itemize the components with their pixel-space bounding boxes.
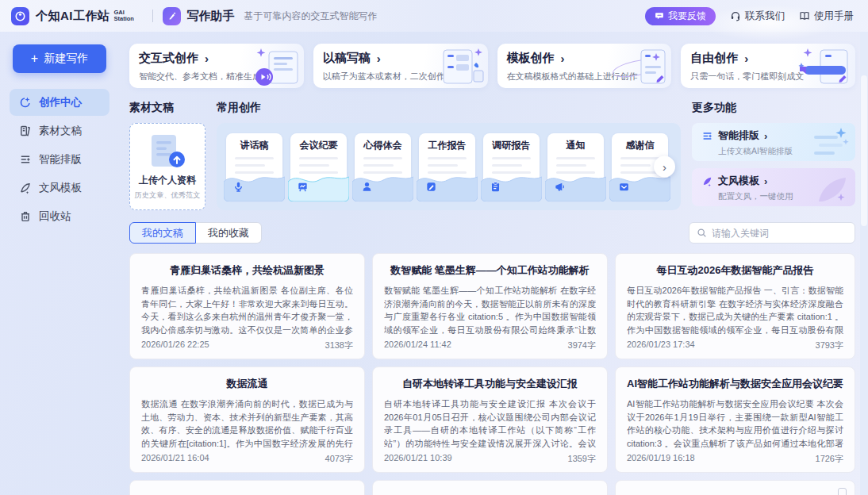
feature-card-free-creation[interactable]: 自由创作› 只需一句话，零门槛即刻成文 bbox=[681, 44, 855, 88]
new-writing-label: 新建写作 bbox=[44, 52, 88, 66]
document-word-count: 1726字 bbox=[816, 453, 843, 465]
smart-layout-icon bbox=[19, 153, 32, 166]
brand-logo-icon bbox=[11, 7, 29, 25]
tab-my-favorites[interactable]: 我的收藏 bbox=[196, 222, 262, 244]
common-creation-title: 常用创作 bbox=[217, 101, 681, 115]
creation-type-label: 感谢信 bbox=[612, 139, 668, 152]
sidebar-item-label: 回收站 bbox=[39, 209, 71, 224]
creation-type-speech[interactable]: 讲话稿 bbox=[226, 133, 282, 200]
document-title: 自研本地转译工具功能与安全建设汇报 bbox=[384, 377, 596, 391]
creation-type-label: 讲话稿 bbox=[226, 139, 282, 152]
recycle-bin-icon bbox=[19, 210, 32, 223]
search-input[interactable] bbox=[712, 228, 847, 239]
top-header: 个知AI工作站 GAI Station 写作助手 基于可靠内容的交互式智能写作 … bbox=[0, 0, 868, 32]
document-corner-icon bbox=[838, 488, 847, 495]
creation-center-icon bbox=[19, 96, 32, 109]
creation-type-notice[interactable]: 通知 bbox=[547, 133, 604, 200]
feature-card-interactive-creation[interactable]: 交互式创作› 智能交代、参考文档，精准生成... bbox=[129, 44, 304, 88]
interactive-creation-illustration bbox=[248, 47, 301, 86]
more-func-smart-layout-card[interactable]: 智能排版 › 上传文稿AI智能排版 bbox=[692, 123, 855, 161]
document-title: 数智赋能 笔墨生辉——个知工作站功能解析 bbox=[384, 263, 596, 278]
feature-title: 交互式创作 bbox=[139, 51, 198, 66]
app-name: 写作助手 bbox=[187, 9, 235, 24]
sidebar-item-style-template[interactable]: 文风模板 bbox=[10, 175, 109, 201]
document-date: 2026/01/21 16:04 bbox=[141, 453, 209, 465]
upload-title: 上传个人资料 bbox=[139, 174, 196, 187]
document-word-count: 3793字 bbox=[816, 340, 843, 351]
document-date: 2026/01/19 16:18 bbox=[627, 453, 695, 465]
main-content: 交互式创作› 智能交代、参考文档，精准生成... 以稿写稿› 以稿子为蓝本或素材… bbox=[119, 32, 868, 495]
document-word-count: 3138字 bbox=[325, 340, 353, 351]
sidebar-item-creation-center[interactable]: 创作中心 bbox=[10, 89, 109, 116]
user-manual-link[interactable]: 使用手册 bbox=[799, 10, 854, 23]
sidebar-item-label: 文风模板 bbox=[39, 181, 82, 195]
document-title: 每日互动2026年数据智能产品报告 bbox=[627, 263, 843, 278]
new-writing-button[interactable]: + 新建写作 bbox=[13, 44, 106, 73]
smart-layout-illustration bbox=[811, 126, 851, 159]
creation-type-label: 会议纪要 bbox=[290, 139, 347, 152]
style-template-icon bbox=[19, 182, 32, 194]
template-creation-illustration bbox=[613, 47, 668, 86]
document-excerpt: AI智能工作站功能解析与数据安全应用会议纪要 本次会议于2026年1月19日举行… bbox=[627, 397, 843, 449]
sidebar: + 新建写作 创作中心 素材文稿 智能排版 文风模板 回收站 bbox=[0, 32, 119, 495]
creation-scroll-next-button[interactable]: › bbox=[654, 156, 675, 178]
sidebar-item-material-docs[interactable]: 素材文稿 bbox=[10, 117, 109, 144]
creation-type-label: 通知 bbox=[547, 139, 604, 152]
feature-card-write-from-draft[interactable]: 以稿写稿› 以稿子为蓝本或素材，二次创作 bbox=[313, 44, 488, 88]
creation-type-research-report[interactable]: 调研报告 bbox=[483, 133, 540, 200]
document-card[interactable]: 每日互动2026年数据智能产品报告 每日互动2026年数据智能产品报告 一、引言… bbox=[615, 253, 855, 359]
book-icon bbox=[799, 10, 810, 21]
more-func-title: 智能排版 bbox=[718, 129, 759, 143]
document-excerpt: 数据流通 在数字浪潮奔涌向前的时代，数据已成为与土地、劳动力、资本、技术并列的新… bbox=[141, 397, 353, 449]
document-card[interactable]: 数智赋能 笔墨生辉——个知工作站功能解析 数智赋能 笔墨生辉——个知工作站功能解… bbox=[372, 253, 608, 359]
document-excerpt: 青雁归巢话桑梓，共绘杭温新图景 各位副主席、各位青年同仁，大家上午好！非常欢迎大… bbox=[141, 284, 353, 336]
sidebar-item-recycle-bin[interactable]: 回收站 bbox=[10, 203, 109, 230]
document-card[interactable] bbox=[129, 480, 365, 495]
header-divider bbox=[152, 10, 153, 22]
sidebar-item-label: 创作中心 bbox=[39, 95, 82, 109]
user-manual-label: 使用手册 bbox=[814, 10, 854, 23]
feature-card-template-creation[interactable]: 模板创作› 在文稿模板格式的基础上进行创作 bbox=[497, 44, 672, 88]
sidebar-item-label: 素材文稿 bbox=[39, 124, 82, 138]
scrollbar[interactable] bbox=[860, 32, 868, 495]
creation-type-meeting-minutes[interactable]: 会议纪要 bbox=[290, 133, 347, 200]
document-grid: 青雁归巢话桑梓，共绘杭温新图景 青雁归巢话桑梓，共绘杭温新图景 各位副主席、各位… bbox=[129, 253, 855, 495]
contact-us-link[interactable]: 联系我们 bbox=[730, 10, 785, 23]
chevron-right-icon: › bbox=[377, 52, 381, 65]
feather-illustration bbox=[814, 171, 851, 205]
presentation-icon bbox=[297, 181, 309, 193]
megaphone-icon bbox=[554, 181, 566, 193]
document-card[interactable]: 自研本地转译工具功能与安全建设汇报 自研本地转译工具功能与安全建设汇报 本次会议… bbox=[372, 366, 608, 473]
creation-type-label: 调研报告 bbox=[483, 139, 540, 152]
chevron-right-icon: › bbox=[764, 130, 767, 142]
material-docs-icon bbox=[19, 125, 32, 137]
document-date: 2026/01/23 17:34 bbox=[627, 340, 695, 351]
feedback-button[interactable]: 我要反馈 bbox=[645, 7, 716, 25]
chevron-right-icon: › bbox=[205, 52, 209, 65]
document-card[interactable] bbox=[372, 480, 608, 495]
chat-bubble-icon bbox=[655, 11, 664, 21]
sidebar-item-smart-layout[interactable]: 智能排版 bbox=[10, 146, 109, 173]
more-func-style-template-card[interactable]: 文风模板 › 配置文风，一键使用 bbox=[692, 168, 855, 206]
creation-type-label: 工作报告 bbox=[419, 139, 475, 152]
upload-illustration bbox=[146, 133, 189, 171]
clipboard-icon bbox=[490, 181, 501, 193]
keyword-search-box bbox=[689, 222, 855, 244]
scrollbar-thumb[interactable] bbox=[861, 75, 867, 226]
document-card[interactable]: 青雁归巢话桑梓，共绘杭温新图景 青雁归巢话桑梓，共绘杭温新图景 各位副主席、各位… bbox=[129, 253, 365, 359]
creation-type-reflections[interactable]: 心得体会 bbox=[355, 133, 411, 200]
person-icon bbox=[361, 181, 373, 193]
mail-icon bbox=[618, 181, 630, 193]
creation-type-work-report[interactable]: 工作报告 bbox=[419, 133, 475, 200]
tab-my-documents[interactable]: 我的文稿 bbox=[129, 222, 196, 244]
upload-material-card[interactable]: 上传个人资料 历史文章、优秀范文 bbox=[129, 123, 205, 210]
brand-name: 个知AI工作站 bbox=[36, 9, 110, 24]
feature-title: 以稿写稿 bbox=[323, 51, 371, 66]
document-excerpt: 数智赋能 笔墨生辉——个知工作站功能解析 在数字经济浪潮奔涌向前的今天，数据智能… bbox=[384, 284, 596, 336]
document-card[interactable]: 数据流通 数据流通 在数字浪潮奔涌向前的时代，数据已成为与土地、劳动力、资本、技… bbox=[129, 366, 365, 473]
document-card[interactable] bbox=[615, 480, 855, 495]
upload-subtitle: 历史文章、优秀范文 bbox=[135, 190, 201, 200]
chevron-right-icon: › bbox=[764, 175, 767, 187]
document-card[interactable]: AI智能工作站功能解析与数据安全应用会议纪要 AI智能工作站功能解析与数据安全应… bbox=[615, 366, 855, 473]
document-date: 2026/01/21 10:39 bbox=[384, 453, 452, 465]
